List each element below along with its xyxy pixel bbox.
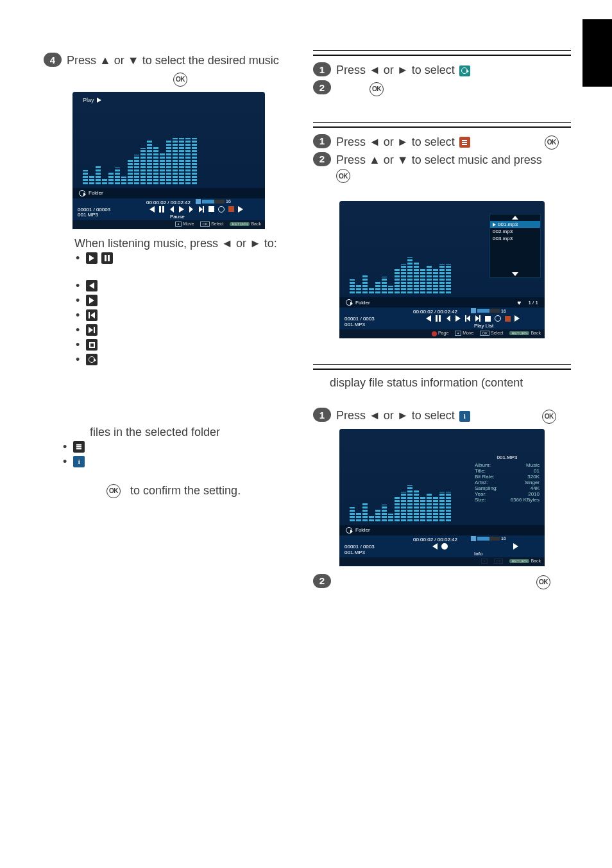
info-panel: 001.MP3 Album:Music Title:01 Bit Rate:32…: [473, 455, 541, 503]
info-key: Artist:: [475, 480, 488, 485]
stop-icon: [86, 339, 98, 351]
ss2-time: 00:00:02 / 00:02:42: [413, 309, 457, 315]
side-tab: [582, 19, 612, 87]
heart-icon: ♥: [517, 299, 521, 306]
info-heading: display file status information (content: [330, 376, 571, 390]
ss3-ctrl-label: Info: [474, 551, 482, 557]
ok-icon: OK: [536, 575, 550, 589]
info-key: Album:: [475, 462, 491, 468]
step-badge: 1: [313, 134, 331, 148]
ss1-track-name: 001.MP3: [78, 213, 110, 218]
repeat-icon: [86, 354, 98, 365]
return-mini-icon: RETURN: [230, 222, 250, 226]
sec1-step2: 2 OK: [313, 80, 571, 96]
ok-icon: OK: [106, 484, 121, 498]
hint-back: Back: [531, 331, 541, 335]
ok-mini-icon: OK: [200, 221, 210, 227]
info-inline-icon: i: [459, 411, 470, 422]
control-icon-legend: [76, 252, 294, 265]
hint-select: Select: [491, 331, 503, 335]
repeat-icon: [79, 190, 85, 196]
ss2-ctrl-label: Play List: [474, 323, 493, 329]
playlist-item: 003.mp3: [490, 235, 540, 242]
step-badge-4: 4: [44, 53, 62, 67]
sec2-s1-text: Press ◄ or ► to select: [336, 135, 455, 148]
step-badge: 2: [313, 574, 331, 588]
ss3-repeat: Folder: [355, 527, 370, 533]
volume-indicator: 16: [196, 199, 234, 204]
play-icon: [86, 252, 98, 264]
ok-icon: OK: [542, 410, 556, 424]
equalizer-icon: [83, 138, 197, 184]
pause-icon: [101, 252, 113, 264]
step4-text: Press ▲ or ▼ to select the desired music: [67, 54, 279, 67]
volume-indicator: 16: [471, 308, 509, 313]
ok-icon: OK: [173, 73, 187, 87]
page-indicator: 1 / 1: [528, 300, 538, 306]
control-icon-legend-2: [76, 279, 294, 367]
skip-back-icon: [86, 309, 98, 321]
ok-mini-icon: OK: [480, 331, 489, 336]
sec3-s1-text: Press ◄ or ► to select: [336, 409, 455, 422]
repeat-inline-icon: [459, 65, 470, 76]
info-val: 320K: [527, 474, 540, 480]
hint-back: Back: [251, 221, 261, 226]
repeat-icon: [346, 527, 352, 534]
info-val: Singer: [525, 480, 540, 485]
playlist-item: 002.mp3: [490, 228, 540, 235]
step-badge: 2: [313, 152, 331, 166]
music-player-screenshot-2: 001.mp3 002.mp3 003.mp3 Folder ♥ 1: [339, 201, 545, 338]
ss2-track-name: 001.MP3: [344, 322, 375, 328]
dpad-icon: ✦: [175, 221, 182, 227]
return-mini-icon: RETURN: [509, 559, 529, 563]
sec2-s2-text: Press ▲ or ▼ to select music and press: [336, 153, 542, 166]
info-key: Sampling:: [475, 485, 498, 491]
control-icons: [426, 315, 520, 322]
step-badge: 1: [313, 408, 331, 422]
files-folder-text: files in the selected folder: [90, 426, 294, 439]
info-val: 01: [534, 468, 540, 474]
left-step-4: 4 Press ▲ or ▼ to select the desired mus…: [44, 53, 294, 87]
info-icon: i: [73, 456, 85, 467]
hint-move: Move: [183, 221, 194, 226]
info-key: Year:: [475, 491, 486, 497]
music-player-screenshot-1: Play Folder 00:00:02 / 00:02:42 16 00001…: [72, 92, 265, 229]
volume-indicator: 16: [471, 536, 509, 541]
sec1-s1-text: Press ◄ or ► to select: [336, 64, 455, 76]
ok-icon: OK: [336, 169, 350, 183]
sec2-step1: 1 Press ◄ or ► to select OK: [313, 134, 571, 150]
info-key: Bit Rate:: [475, 474, 495, 480]
playlist-panel: 001.mp3 002.mp3 003.mp3: [489, 214, 541, 278]
hint-back: Back: [531, 559, 541, 563]
step-badge: 1: [313, 62, 331, 76]
ss1-ctrl-label: Pause: [170, 214, 185, 220]
right-column: 1 Press ◄ or ► to select 2 OK 1 Press ◄ …: [313, 46, 571, 592]
sec3-step2: 2 OK: [313, 574, 571, 589]
hint-page: Page: [438, 331, 448, 335]
playlist-item: 001.mp3: [490, 221, 540, 228]
sec3-step1: 1 Press ◄ or ► to select i OK: [313, 408, 571, 423]
info-val: Music: [526, 462, 540, 468]
sec1-step1: 1 Press ◄ or ► to select: [313, 62, 571, 78]
equalizer-icon: [350, 485, 451, 521]
red-dot-icon: [432, 331, 437, 336]
ss1-play-label: Play: [83, 97, 94, 103]
left-column: 4 Press ▲ or ▼ to select the desired mus…: [44, 53, 294, 498]
sec2-step2: 2 Press ▲ or ▼ to select music and press…: [313, 152, 571, 184]
info-title: 001.MP3: [473, 455, 541, 460]
playlist-icon: [73, 441, 85, 453]
ss1-time: 00:00:02 / 00:02:42: [146, 200, 191, 205]
control-icons: [149, 206, 243, 213]
playlist-info-legend: i: [63, 440, 294, 469]
play-icon: [97, 98, 101, 103]
prev-icon: [86, 280, 98, 291]
skip-fwd-icon: [86, 324, 98, 336]
ok-icon: OK: [545, 135, 559, 150]
confirm-text: to confirm the setting.: [130, 484, 241, 497]
next-icon: [86, 295, 98, 306]
ss3-time: 00:00:02 / 00:02:42: [413, 537, 457, 542]
hint-select: Select: [211, 221, 223, 226]
ss3-track-name: 001.MP3: [344, 550, 375, 556]
info-val: 44K: [531, 485, 540, 491]
return-mini-icon: RETURN: [509, 331, 529, 335]
